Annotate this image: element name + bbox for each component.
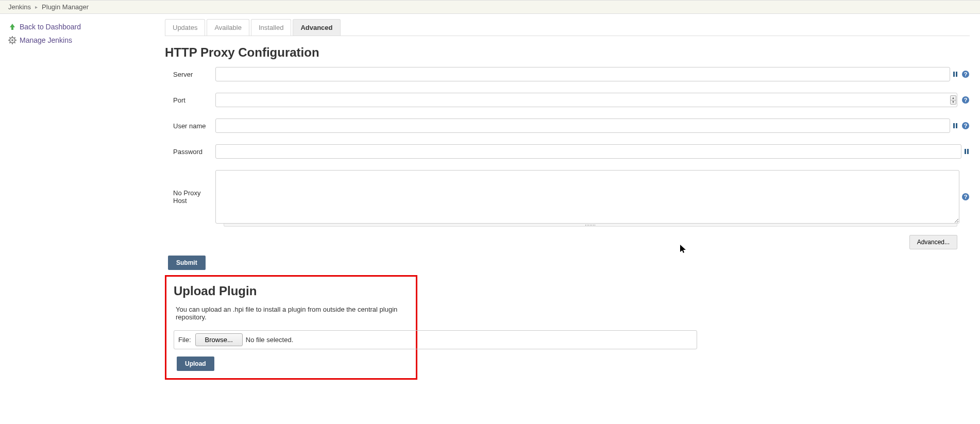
svg-text:?: ? xyxy=(964,123,968,129)
input-password[interactable] xyxy=(215,144,961,159)
svg-rect-17 xyxy=(956,123,957,128)
help-icon[interactable]: ? xyxy=(961,122,970,130)
svg-text:?: ? xyxy=(964,71,968,77)
field-action-icon[interactable] xyxy=(964,148,970,155)
input-server[interactable] xyxy=(215,67,950,81)
help-icon[interactable]: ? xyxy=(961,70,970,78)
sidebar-back-label: Back to Dashboard xyxy=(20,23,81,31)
label-password: Password xyxy=(165,148,215,156)
submit-button[interactable]: Submit xyxy=(168,256,206,270)
breadcrumb-root[interactable]: Jenkins xyxy=(8,3,31,11)
svg-line-7 xyxy=(14,42,15,43)
breadcrumb: Jenkins ▸ Plugin Manager xyxy=(0,0,980,14)
tab-installed[interactable]: Installed xyxy=(251,19,291,36)
tab-available[interactable]: Available xyxy=(207,19,249,36)
proxy-title: HTTP Proxy Configuration xyxy=(165,45,970,60)
chevron-right-icon: ▸ xyxy=(35,4,38,10)
row-port: Port ▲▼ ? xyxy=(165,93,970,107)
file-status-text: No file selected. xyxy=(246,336,294,344)
upload-title: Upload Plugin xyxy=(174,284,409,298)
number-spinner-icon[interactable]: ▲▼ xyxy=(950,95,956,105)
gear-icon xyxy=(8,36,16,44)
advanced-button[interactable]: Advanced... xyxy=(909,235,957,249)
help-icon[interactable]: ? xyxy=(961,96,970,104)
field-action-icon[interactable] xyxy=(952,71,958,78)
svg-rect-20 xyxy=(965,149,966,154)
tabs: Updates Available Installed Advanced xyxy=(165,19,970,36)
upload-section-highlighted: Upload Plugin You can upload an .hpi fil… xyxy=(165,275,417,380)
upload-description: You can upload an .hpi file to install a… xyxy=(176,306,409,321)
browse-button[interactable]: Browse... xyxy=(195,333,243,346)
help-icon[interactable]: ? xyxy=(961,193,970,201)
sidebar-item-back[interactable]: Back to Dashboard xyxy=(0,20,160,33)
file-input-row: File: Browse... No file selected. xyxy=(174,330,697,349)
svg-line-8 xyxy=(9,42,10,43)
svg-line-6 xyxy=(9,37,10,38)
tab-updates[interactable]: Updates xyxy=(165,19,205,36)
field-action-icon[interactable] xyxy=(952,122,958,129)
svg-rect-10 xyxy=(953,72,955,77)
svg-rect-16 xyxy=(953,123,955,128)
tab-advanced[interactable]: Advanced xyxy=(293,19,340,36)
label-noproxy: No Proxy Host xyxy=(165,189,215,205)
file-label: File: xyxy=(178,336,191,344)
sidebar: Back to Dashboard Manage Jenkins xyxy=(0,14,160,390)
row-noproxy: No Proxy Host ? xyxy=(165,170,970,224)
row-username: User name ? xyxy=(165,118,970,133)
svg-point-1 xyxy=(11,39,13,41)
main-content: Updates Available Installed Advanced HTT… xyxy=(160,14,980,390)
breadcrumb-current[interactable]: Plugin Manager xyxy=(42,3,89,11)
svg-text:?: ? xyxy=(964,97,968,103)
upload-button[interactable]: Upload xyxy=(177,357,214,371)
sidebar-item-manage[interactable]: Manage Jenkins xyxy=(0,33,160,47)
row-password: Password xyxy=(165,144,970,159)
svg-rect-11 xyxy=(956,72,957,77)
row-server: Server ? xyxy=(165,67,970,81)
sidebar-manage-label: Manage Jenkins xyxy=(20,36,72,44)
label-port: Port xyxy=(165,96,215,104)
label-username: User name xyxy=(165,122,215,130)
input-port[interactable] xyxy=(215,93,957,107)
up-arrow-icon xyxy=(8,23,16,31)
label-server: Server xyxy=(165,71,215,78)
input-username[interactable] xyxy=(215,118,950,133)
svg-text:?: ? xyxy=(964,194,968,200)
svg-rect-21 xyxy=(967,149,969,154)
textarea-noproxy[interactable] xyxy=(215,170,959,224)
textarea-resize-handle[interactable] xyxy=(224,224,957,227)
svg-line-9 xyxy=(14,37,15,38)
